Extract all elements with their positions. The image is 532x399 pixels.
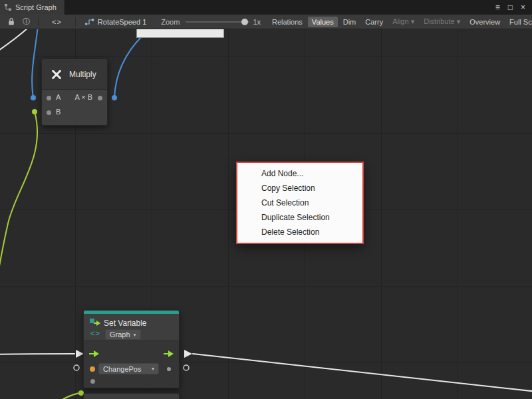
button-full-screen[interactable]: Full Screen: [505, 17, 532, 27]
multiply-node-header: Multiply: [42, 59, 107, 90]
multiply-icon: [50, 68, 63, 81]
multiply-node-body: A A × B B: [42, 90, 107, 125]
scope-dropdown-value: Graph: [110, 331, 130, 338]
multiply-node-title: Multiply: [69, 70, 96, 79]
chevron-down-icon: ▾: [152, 366, 154, 372]
menu-item-cut-selection[interactable]: Cut Selection: [237, 196, 362, 210]
floating-field[interactable]: [136, 29, 224, 38]
set-variable-title: Set Variable: [104, 319, 146, 328]
zoom-slider-knob[interactable]: [241, 19, 248, 25]
zoom-value: 1x: [253, 18, 261, 26]
graph-canvas[interactable]: Multiply A A × B B Set Variable <: [0, 29, 532, 399]
button-overview[interactable]: Overview: [466, 17, 504, 27]
info-icon[interactable]: ⓘ: [23, 17, 30, 27]
menu-item-duplicate-selection[interactable]: Duplicate Selection: [237, 210, 362, 225]
context-menu: Add Node... Copy Selection Cut Selection…: [236, 162, 364, 244]
node-multiply[interactable]: Multiply A A × B B: [41, 59, 108, 126]
button-carry[interactable]: Carry: [361, 17, 387, 27]
port-endpoint-green-b[interactable]: [32, 109, 37, 114]
wire-white-flow-out: [193, 354, 532, 392]
variable-dropdown[interactable]: ChangePos ▾: [98, 363, 159, 374]
port-b-dot[interactable]: [47, 110, 51, 115]
multiply-row-b: B: [42, 105, 107, 120]
window-controls: ≡ □ ×: [495, 0, 532, 15]
extra-value-port[interactable]: [90, 379, 95, 384]
flow-output-port[interactable]: [163, 350, 174, 359]
wire-blue-into-multiply: [32, 29, 38, 98]
value-input-port[interactable]: [90, 366, 95, 372]
lock-icon[interactable]: [8, 17, 15, 26]
wire-white-flow-in: [0, 354, 74, 354]
script-graph-icon: [4, 3, 12, 11]
wire-white-top-left: [0, 29, 31, 53]
window-close-icon[interactable]: ×: [521, 0, 525, 15]
flow-input-port[interactable]: [88, 350, 100, 359]
value-output-port[interactable]: [167, 367, 171, 371]
port-endpoint-blue-a[interactable]: [31, 95, 36, 100]
port-output-label: A × B: [74, 93, 92, 101]
wire-green-bottom: [61, 393, 79, 399]
window-tab-title: Script Graph: [15, 3, 57, 11]
code-icon[interactable]: <>: [52, 18, 62, 26]
value-port-ring-left[interactable]: [74, 365, 79, 370]
button-relations[interactable]: Relations: [268, 17, 307, 27]
wire-green-from-multiply-b: [0, 112, 37, 291]
menu-item-copy-selection[interactable]: Copy Selection: [237, 181, 362, 196]
set-variable-header: Set Variable <> Graph ▾: [84, 314, 179, 341]
scope-dropdown[interactable]: Graph ▾: [105, 329, 141, 340]
port-output-dot[interactable]: [98, 96, 102, 100]
value-port-ring-right[interactable]: [184, 365, 189, 370]
toolbar-separator: [75, 17, 76, 27]
graph-toolbar: ⓘ <> RotateSpeed 1 Zoom 1x Relations Val…: [0, 15, 532, 29]
breadcrumb-label: RotateSpeed 1: [98, 18, 146, 26]
menu-item-delete-selection[interactable]: Delete Selection: [237, 225, 362, 239]
button-values[interactable]: Values: [308, 17, 338, 27]
menu-item-add-node[interactable]: Add Node...: [237, 166, 362, 181]
zoom-label: Zoom: [161, 18, 180, 26]
zoom-slider-track: [186, 21, 249, 23]
set-variable-icon: [89, 318, 101, 327]
node-set-variable[interactable]: Set Variable <> Graph ▾ ChangePos ▾: [83, 310, 180, 388]
variable-dropdown-value: ChangePos: [103, 365, 142, 373]
port-a-label: A: [56, 93, 61, 101]
toolbar-separator: [38, 17, 39, 27]
wire-blue-from-multiply-output: [114, 36, 142, 98]
button-align[interactable]: Align ▾: [388, 16, 418, 27]
button-dim[interactable]: Dim: [339, 17, 360, 27]
zoom-slider[interactable]: [186, 17, 249, 27]
port-endpoint-blue-out[interactable]: [112, 95, 117, 100]
window-maximize-icon[interactable]: □: [508, 0, 513, 15]
window-menu-icon[interactable]: ≡: [495, 0, 500, 15]
port-a-dot[interactable]: [47, 96, 51, 100]
window-titlebar: Script Graph ≡ □ ×: [0, 0, 532, 15]
flow-out-arrowhead[interactable]: [184, 350, 192, 358]
multiply-row-a: A A × B: [42, 90, 107, 105]
chevron-down-icon: ▾: [134, 332, 136, 338]
variable-type-icon: <>: [90, 329, 100, 337]
breadcrumb[interactable]: RotateSpeed 1: [85, 18, 146, 26]
port-b-label: B: [56, 108, 61, 116]
graph-asset-icon: [85, 18, 94, 26]
partial-node[interactable]: [83, 393, 180, 399]
button-distribute[interactable]: Distribute ▾: [420, 16, 464, 27]
window-tab-script-graph[interactable]: Script Graph: [0, 0, 65, 15]
